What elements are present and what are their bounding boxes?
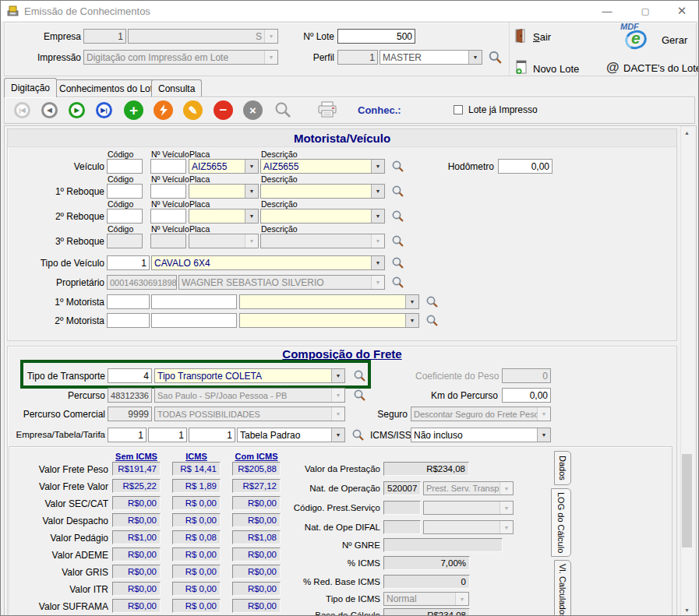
reboque2-placa-combo[interactable]: ▼	[189, 209, 259, 224]
perfil-combo-arrow-icon: ▼	[468, 51, 482, 64]
veiculo-search-icon[interactable]	[391, 160, 404, 173]
tipo-transporte-search-icon[interactable]	[353, 369, 366, 382]
gerar-button[interactable]: Gerar	[662, 34, 687, 46]
reboque3-placa-arrow-icon: ▼	[245, 234, 258, 248]
tipo-transporte-combo[interactable]: Tipo Transporte COLETA▼	[154, 368, 345, 383]
toolbar-search-icon[interactable]	[274, 100, 292, 119]
nat-ope-difal-value	[424, 521, 500, 533]
sair-button[interactable]: Sair	[533, 31, 551, 43]
nav-last-icon[interactable]: ▶|	[96, 102, 112, 118]
tipo-veiculo-combo[interactable]: CAVALO 6X4▼	[151, 255, 385, 270]
reboque1-descricao-combo[interactable]: ▼	[260, 184, 385, 199]
tabela-empresa-field[interactable]: 1	[108, 428, 147, 442]
seguro-label: Seguro	[373, 409, 408, 420]
scroll-down-icon[interactable]: ▼	[680, 604, 694, 616]
header-divider	[509, 23, 510, 76]
coeficiente-peso-label: Coeficiente do Peso	[415, 371, 498, 382]
tipo-veiculo-code-field[interactable]: 1	[107, 255, 150, 270]
motorista1-code-field[interactable]	[107, 294, 150, 309]
novo-lote-icon[interactable]	[515, 60, 528, 75]
km-percurso-field[interactable]: 0,00	[502, 388, 551, 403]
tabela-tabela-field[interactable]: 1	[148, 428, 187, 442]
side-tab-dados[interactable]: Dados	[554, 451, 571, 485]
reboque2-label: 2º Reboque	[32, 211, 104, 222]
reboque2-nveiculo-field[interactable]	[150, 209, 186, 224]
nat-ope-difal-code-field	[383, 520, 421, 534]
reboque3-descricao-combo: ▼	[260, 234, 385, 248]
n-lote-field[interactable]: 500	[337, 29, 415, 44]
hodometro-field[interactable]: 0,00	[498, 159, 552, 174]
motorista2-search-icon[interactable]	[425, 314, 439, 327]
reboque3-search-icon[interactable]	[391, 234, 404, 248]
col-descricao-label: Descrição	[261, 199, 298, 209]
col-descricao-label: Descrição	[261, 224, 298, 234]
motorista2-code-field[interactable]	[107, 313, 150, 328]
tabela-combo[interactable]: Tabela Padrao▼	[237, 428, 345, 442]
nav-prev-icon[interactable]: ◀	[41, 102, 58, 118]
veiculo-placa-combo[interactable]: AIZ5655▼	[189, 159, 259, 174]
cancel-icon[interactable]: ×	[243, 100, 263, 120]
col-nveiculo-label: Nº Veículo	[151, 174, 189, 184]
maximize-icon[interactable]: ▢	[627, 1, 663, 21]
veiculo-nveiculo-field[interactable]	[150, 159, 186, 174]
reboque3-descricao-value	[261, 234, 371, 248]
add-record-icon[interactable]: +	[124, 100, 143, 120]
novo-lote-button[interactable]: Novo Lote	[533, 63, 579, 75]
tab-consulta[interactable]: Consulta	[151, 79, 202, 97]
minimize-icon[interactable]: —	[589, 1, 625, 21]
scroll-up-icon[interactable]: ▲	[680, 126, 694, 139]
mdfe-logo-icon[interactable]: MDF e	[619, 23, 659, 53]
tab-conhecimentos-do-lote[interactable]: Conhecimentos do Lote	[52, 79, 165, 97]
exit-door-icon[interactable]	[515, 29, 526, 43]
close-icon[interactable]: ✕	[664, 1, 699, 21]
motorista2-combo[interactable]: ▼	[239, 313, 419, 328]
tipo-transporte-code-field[interactable]: 4	[108, 368, 152, 383]
reboque3-descricao-arrow-icon: ▼	[371, 234, 384, 248]
motorista1-doc-field[interactable]	[151, 294, 237, 309]
quick-save-lightning-icon[interactable]	[154, 100, 173, 120]
valor-cell: R$0,00	[232, 496, 281, 510]
tab-digitacao[interactable]: Digitação	[4, 78, 57, 97]
valor-cell: R$1,00	[112, 530, 161, 544]
print-icon[interactable]	[317, 100, 337, 119]
seguro-combo: Descontar Seguro do Frete Peso▼	[411, 407, 551, 421]
empresa-combo-value: S	[129, 30, 264, 43]
motorista1-combo[interactable]: ▼	[239, 294, 419, 309]
tabela-search-icon[interactable]	[351, 428, 365, 442]
dacte-button[interactable]: DACTE's do Lote	[623, 62, 699, 74]
valor-cell: R$ 0,00	[172, 496, 221, 510]
reboque1-search-icon[interactable]	[391, 185, 404, 198]
icms-iss-combo[interactable]: Não incluso▼	[411, 428, 551, 442]
veiculo-label: Veículo	[32, 161, 104, 172]
col-placa-label: Placa	[189, 199, 210, 209]
reboque1-nveiculo-field[interactable]	[150, 184, 186, 199]
scrollbar-thumb[interactable]	[682, 454, 692, 547]
tabela-tarifa-field[interactable]: 1	[189, 428, 235, 442]
percurso-search-icon[interactable]	[353, 389, 366, 402]
reboque2-search-icon[interactable]	[391, 209, 404, 223]
veiculo-codigo-field[interactable]	[107, 159, 143, 174]
nav-next-icon[interactable]: ▶	[69, 102, 85, 118]
perfil-combo[interactable]: MASTER ▼	[380, 50, 482, 65]
reboque2-descricao-combo[interactable]: ▼	[260, 209, 385, 224]
valor-row-label: Valor Frete Valor	[7, 481, 108, 492]
dacte-at-icon[interactable]: @	[606, 60, 620, 76]
proprietario-search-icon[interactable]	[391, 276, 404, 289]
col-codigo-label: Código	[108, 150, 133, 159]
reboque2-codigo-field[interactable]	[107, 209, 143, 224]
side-tab-vl-calculados[interactable]: Vl. Calculados	[554, 560, 571, 616]
side-tab-log-do-calculo[interactable]: LOG do Cálculo	[551, 488, 571, 557]
reboque1-codigo-field[interactable]	[107, 184, 143, 199]
lote-ja-impresso-checkbox[interactable]	[454, 105, 463, 114]
delete-record-icon[interactable]: −	[214, 100, 233, 120]
edit-pencil-icon[interactable]: ✎	[183, 100, 203, 120]
tipo-veiculo-search-icon[interactable]	[391, 256, 404, 269]
motorista2-doc-field[interactable]	[151, 313, 237, 328]
valor-cell: R$0,00	[112, 547, 161, 561]
nav-first-icon[interactable]: |◀	[14, 102, 30, 118]
motorista1-search-icon[interactable]	[425, 295, 439, 308]
seguro-arrow-icon: ▼	[537, 407, 550, 421]
veiculo-descricao-combo[interactable]: AIZ5655▼	[260, 159, 385, 174]
perfil-search-icon[interactable]	[488, 50, 503, 65]
reboque1-placa-combo[interactable]: ▼	[189, 184, 259, 199]
